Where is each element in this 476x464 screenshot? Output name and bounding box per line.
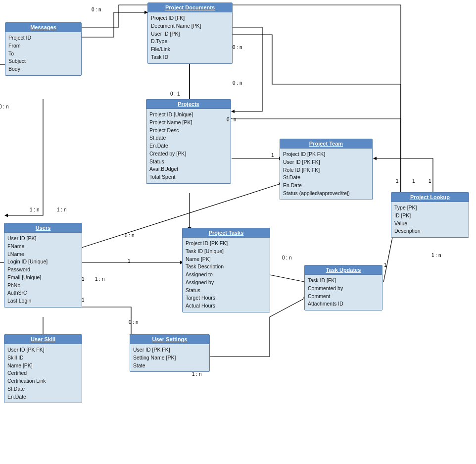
field-project_team: User ID [PK FK] (283, 158, 369, 166)
entity-header-project_tasks: Project Tasks (183, 228, 270, 238)
field-task_updates: Commented by (308, 285, 379, 293)
entity-project_lookup: Project LookupType [PK]ID [PK]ValueDescr… (391, 192, 469, 238)
entity-projects: ProjectsProject ID [Unique]Project Name … (146, 99, 231, 184)
field-projects: Avai.BUdget (149, 165, 228, 173)
entity-body-project_team: Project ID [PK FK]User ID [PK FK]Role ID… (280, 149, 372, 200)
field-projects: Status (149, 158, 228, 166)
entity-header-project_team: Project Team (280, 139, 372, 149)
entity-header-project_documents: Project Documents (148, 3, 232, 12)
entity-body-projects: Project ID [Unique]Project Name [PK]Proj… (146, 109, 231, 183)
rel-label-8: 1 : n (57, 207, 66, 212)
entity-body-project_tasks: Project ID [PK FK]Task ID [Unique]Name [… (183, 238, 270, 312)
entity-body-user_settings: User ID [PK FK]Setting Name [PK]State (130, 344, 209, 371)
entity-project_documents: Project DocumentsProject ID [FK]Document… (147, 2, 233, 64)
field-user_skill: User ID [PK FK] (7, 346, 79, 354)
field-users: Password (7, 266, 79, 274)
field-project_documents: File/Link (151, 46, 229, 53)
entity-project_tasks: Project TasksProject ID [PK FK]Task ID [… (182, 228, 270, 312)
rel-label-9: 1 (128, 258, 131, 264)
entity-header-users: Users (4, 223, 82, 233)
field-messages: Subject (8, 57, 78, 65)
field-users: Email [Unique] (7, 274, 79, 282)
field-users: User ID [PK] (7, 235, 79, 243)
field-project_lookup: ID [PK] (394, 212, 466, 220)
field-users: FName (7, 243, 79, 251)
rel-label-16: 1 : n (431, 253, 441, 258)
rel-label-4: 0 : n (227, 117, 236, 122)
field-project_documents: User ID [PK] (151, 30, 229, 38)
erd-diagram: Project DocumentsProject ID [FK]Document… (0, 0, 476, 464)
entity-header-task_updates: Task Updates (305, 265, 382, 275)
field-user_skill: En.Date (7, 393, 79, 401)
entity-body-project_lookup: Type [PK]ID [PK]ValueDescription (391, 202, 469, 237)
field-project_documents: Document Name [PK] (151, 22, 229, 30)
field-project_lookup: Type [PK] (394, 204, 466, 212)
field-messages: To (8, 50, 78, 58)
rel-label-6: 0 : n (0, 104, 8, 109)
entity-users: UsersUser ID [PK]FNameLNameLogin ID [Uni… (4, 223, 82, 308)
field-project_tasks: Status (186, 287, 267, 295)
field-project_documents: Task ID (151, 53, 229, 61)
field-project_tasks: Assigned to (186, 271, 267, 279)
field-users: PhNo (7, 282, 79, 290)
field-project_tasks: Project ID [PK FK] (186, 240, 267, 248)
field-projects: En.Date (149, 142, 228, 150)
field-project_tasks: Actual Hours (186, 302, 267, 310)
field-project_lookup: Description (394, 227, 466, 235)
field-user_skill: St.Date (7, 385, 79, 393)
field-projects: Total Spent (149, 173, 228, 181)
field-project_documents: Project ID [FK] (151, 14, 229, 22)
entity-header-messages: Messages (5, 23, 81, 32)
field-messages: Body (8, 65, 78, 73)
field-project_tasks: Task ID [Unique] (186, 248, 267, 256)
rel-label-14: 1 (412, 178, 415, 184)
field-projects: Project ID [Unique] (149, 111, 228, 119)
entity-user_settings: User SettingsUser ID [PK FK]Setting Name… (130, 334, 210, 372)
field-project_lookup: Value (394, 220, 466, 228)
field-messages: Project ID (8, 34, 78, 42)
rel-label-13: 1 (396, 178, 399, 184)
rel-label-18: 0 : n (129, 319, 138, 325)
field-user_skill: Name [PK] (7, 362, 79, 370)
field-task_updates: Attachments ID (308, 300, 379, 308)
field-project_tasks: Assigned by (186, 279, 267, 287)
entity-messages: MessagesProject IDFromToSubjectBody (5, 22, 82, 76)
field-project_tasks: Task Description (186, 263, 267, 271)
field-project_team: Role ID [PK FK] (283, 166, 369, 174)
entity-project_team: Project TeamProject ID [PK FK]User ID [P… (280, 139, 373, 200)
field-projects: St.date (149, 134, 228, 142)
rel-label-20: 1 : n (95, 276, 104, 282)
rel-label-19: 1 : n (192, 371, 201, 377)
field-project_documents: D.Type (151, 38, 229, 46)
rel-label-10: 0 : n (125, 233, 134, 238)
field-project_team: St.Date (283, 174, 369, 182)
rel-label-5: 1 (271, 153, 274, 158)
rel-label-11: 0 : n (282, 255, 291, 260)
entity-body-messages: Project IDFromToSubjectBody (5, 32, 81, 75)
field-project_team: Status (applied/approved/rej) (283, 190, 369, 198)
field-projects: Project Desc (149, 127, 228, 135)
entity-body-task_updates: Task ID [FK]Commented byCommentAttachmen… (305, 275, 382, 310)
field-users: Last Login (7, 297, 79, 305)
field-project_team: Project ID [PK FK] (283, 151, 369, 158)
rel-label-0: 0 : n (92, 7, 101, 12)
rel-label-1: 0 : n (233, 45, 242, 50)
entity-body-users: User ID [PK]FNameLNameLogin ID [Unique]P… (4, 233, 82, 307)
entity-header-user_settings: User Settings (130, 335, 209, 344)
field-users: LName (7, 251, 79, 258)
field-user_settings: State (133, 362, 206, 370)
field-user_skill: Certified (7, 369, 79, 377)
field-project_team: En.Date (283, 182, 369, 190)
field-messages: From (8, 42, 78, 50)
rel-label-21: 1 (82, 276, 85, 282)
rel-label-2: 0 : n (233, 80, 242, 86)
field-project_tasks: Name [PK] (186, 256, 267, 263)
entity-task_updates: Task UpdatesTask ID [FK]Commented byComm… (304, 265, 382, 310)
field-projects: Project Name [PK] (149, 119, 228, 127)
entity-user_skill: User SkillUser ID [PK FK]Skill IDName [P… (4, 334, 82, 403)
rel-label-12: 1 (384, 262, 387, 268)
rel-label-7: 1 : n (30, 207, 39, 212)
field-project_tasks: Target Hours (186, 294, 267, 302)
field-user_settings: Setting Name [PK] (133, 354, 206, 362)
entity-body-user_skill: User ID [PK FK]Skill IDName [PK]Certifie… (4, 344, 82, 403)
